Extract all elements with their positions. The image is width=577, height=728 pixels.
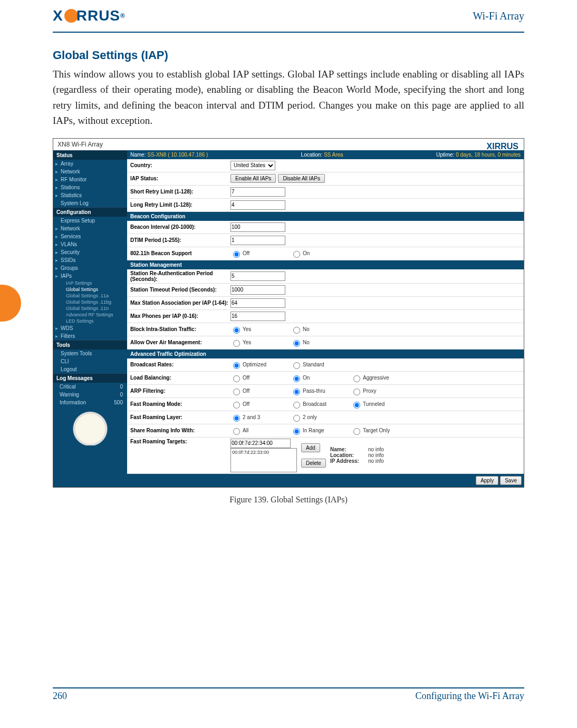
sidebar-tools-header: Tools (53, 340, 127, 350)
timeout-input[interactable] (230, 285, 285, 295)
sidebar-status-header: Status (53, 150, 127, 160)
top-bar: Name: SS-XN8 ( 10.100.47.186 ) Location:… (127, 150, 524, 159)
page-accent-tab (0, 285, 21, 322)
sidebar-sub[interactable]: Global Settings .11a (53, 293, 127, 299)
fr-mode-tunneled[interactable] (353, 402, 360, 409)
sidebar-item-iaps[interactable]: IAPs (53, 272, 127, 280)
country-select[interactable]: United States (230, 161, 275, 170)
sidebar-item[interactable]: Network (53, 168, 127, 176)
share-all[interactable] (233, 428, 240, 435)
section-title: Configuring the Wi-Fi Array (416, 691, 524, 702)
sidebar-item[interactable]: RF Monitor (53, 176, 127, 183)
arp-passthru[interactable] (293, 389, 300, 395)
target-mac-list[interactable]: 00:0f:7d:22:33:00 (230, 448, 297, 472)
lb-on[interactable] (293, 375, 300, 382)
beacon-interval-input[interactable] (230, 222, 285, 232)
over-air-no[interactable] (293, 340, 300, 347)
fr-layer-23[interactable] (233, 415, 240, 422)
dtim-input[interactable] (230, 236, 285, 245)
sidebar-sub[interactable]: IAP Settings (53, 280, 127, 286)
reauth-input[interactable] (230, 271, 285, 281)
sidebar-item[interactable]: Services (53, 232, 127, 240)
arp-proxy[interactable] (353, 389, 360, 395)
sidebar-item[interactable]: System Tools (53, 350, 127, 357)
sidebar-item[interactable]: VLANs (53, 240, 127, 248)
page-footer: 260 Configuring the Wi-Fi Array (53, 687, 524, 702)
page-header: XRRUS® Wi-Fi Array (53, 0, 524, 33)
sidebar-item[interactable]: Security (53, 248, 127, 256)
sidebar-sub[interactable]: Advanced RF Settings (53, 312, 127, 318)
sidebar-item[interactable]: Network (53, 225, 127, 232)
main-panel: Name: SS-XN8 ( 10.100.47.186 ) Location:… (127, 150, 524, 487)
max-phones-input[interactable] (230, 312, 285, 321)
sidebar-sub[interactable]: Global Settings .11n (53, 305, 127, 312)
long-retry-input[interactable] (230, 200, 285, 210)
sidebar-item[interactable]: Express Setup (53, 217, 127, 225)
section-station: Station Management (127, 260, 524, 269)
max-assoc-input[interactable] (230, 298, 285, 308)
lb-aggressive[interactable] (353, 375, 360, 382)
over-air-yes[interactable] (233, 340, 240, 347)
target-mac-input[interactable] (230, 439, 291, 448)
apply-button[interactable]: Apply (476, 476, 498, 485)
arp-off[interactable] (233, 389, 240, 395)
section-beacon: Beacon Configuration (127, 212, 524, 221)
add-button[interactable]: Add (301, 443, 320, 452)
log-row: Warning0 (53, 391, 127, 399)
disable-all-button[interactable]: Disable All IAPs (278, 174, 325, 183)
short-retry-input[interactable] (230, 187, 285, 197)
window-title: XN8 Wi-Fi Array (53, 139, 524, 150)
share-inrange[interactable] (293, 428, 300, 435)
block-traffic-yes[interactable] (233, 327, 240, 334)
body-paragraph: This window allows you to establish glob… (53, 66, 524, 129)
sidebar-item[interactable]: Groups (53, 264, 127, 272)
sidebar-item[interactable]: System Log (53, 199, 127, 207)
target-info: Name:no info Location:no info IP Address… (330, 446, 384, 464)
array-graphic (55, 409, 125, 445)
screenshot-logo: XIRRUS (487, 142, 518, 151)
country-label: Country: (130, 162, 230, 168)
screenshot-frame: XN8 Wi-Fi Array XIRRUS Status Array Netw… (53, 138, 524, 488)
beacon-support-off[interactable] (233, 251, 240, 258)
fr-mode-off[interactable] (233, 402, 240, 409)
sidebar-log-header: Log Messages (53, 373, 127, 383)
share-target[interactable] (353, 428, 360, 435)
figure-caption: Figure 139. Global Settings (IAPs) (53, 495, 524, 504)
sidebar: Status Array Network RF Monitor Stations… (53, 150, 127, 487)
brand-logo: XRRUS® (53, 7, 126, 24)
lb-off[interactable] (233, 375, 240, 382)
sidebar-item[interactable]: CLI (53, 357, 127, 365)
fr-layer-2[interactable] (293, 415, 300, 422)
broadcast-optimized[interactable] (233, 362, 240, 369)
page-title: Global Settings (IAP) (53, 48, 524, 62)
log-row: Critical0 (53, 383, 127, 391)
sidebar-sub[interactable]: LED Settings (53, 318, 127, 324)
block-traffic-no[interactable] (293, 327, 300, 334)
broadcast-standard[interactable] (293, 362, 300, 369)
sidebar-item[interactable]: Array (53, 160, 127, 168)
beacon-support-on[interactable] (293, 251, 300, 258)
sidebar-item[interactable]: Logout (53, 365, 127, 373)
sidebar-config-header: Configuration (53, 207, 127, 217)
sidebar-item[interactable]: Statistics (53, 191, 127, 199)
sidebar-sub-active[interactable]: Global Settings (53, 286, 127, 293)
sidebar-item[interactable]: Filters (53, 332, 127, 340)
page-number: 260 (53, 691, 67, 702)
product-name: Wi-Fi Array (473, 10, 524, 22)
sidebar-item[interactable]: Stations (53, 183, 127, 191)
sidebar-item[interactable]: WDS (53, 324, 127, 332)
save-button[interactable]: Save (500, 476, 522, 485)
delete-button[interactable]: Delete (301, 459, 326, 468)
section-traffic: Advanced Traffic Optimization (127, 350, 524, 358)
fr-mode-broadcast[interactable] (293, 402, 300, 409)
log-row: Information500 (53, 399, 127, 406)
sidebar-item[interactable]: SSIDs (53, 256, 127, 264)
iap-status-label: IAP Status: (130, 176, 230, 181)
sidebar-sub[interactable]: Global Settings .11bg (53, 299, 127, 305)
enable-all-button[interactable]: Enable All IAPs (230, 174, 276, 183)
